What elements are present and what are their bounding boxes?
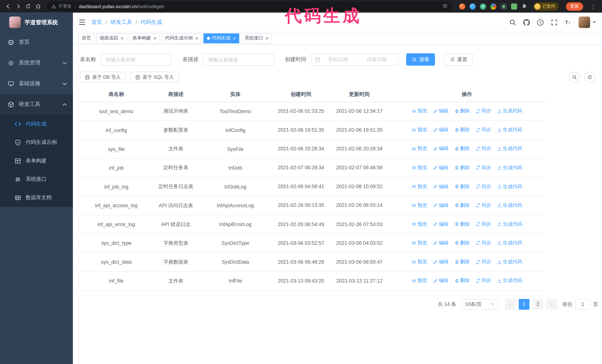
generate-code-link[interactable]: 生成代码 — [497, 240, 522, 246]
browser-menu-icon[interactable]: ⋮ — [591, 3, 596, 10]
sync-link[interactable]: 同步 — [476, 108, 491, 114]
sync-link[interactable]: 同步 — [476, 240, 491, 246]
address-bar[interactable]: 不安全 dashboard.yudao.iocoder.cn /tool/cod… — [47, 1, 452, 11]
delete-link[interactable]: 删除 — [454, 183, 470, 190]
page-button-1[interactable]: 1 — [519, 299, 529, 310]
preview-link[interactable]: 预览 — [412, 202, 427, 209]
edit-link[interactable]: 编辑 — [433, 108, 448, 114]
preview-link[interactable]: 预览 — [412, 240, 427, 246]
profile-chip[interactable]: 已暂停 — [533, 2, 559, 10]
delete-link[interactable]: 删除 — [454, 221, 470, 228]
app-logo[interactable]: 芋道管理系统 — [0, 13, 73, 32]
avatar-caret-icon[interactable] — [593, 21, 596, 25]
generate-code-link[interactable]: 生成代码 — [497, 202, 522, 209]
preview-link[interactable]: 预览 — [412, 146, 427, 152]
edit-link[interactable]: 编辑 — [433, 183, 448, 190]
home-button[interactable] — [33, 1, 43, 11]
sync-link[interactable]: 同步 — [476, 278, 491, 284]
import-sql-button[interactable]: 基于 SQL 导入 — [130, 72, 179, 83]
tab-form-builder[interactable]: 表单构建× — [129, 33, 160, 43]
tab-codegen-example[interactable]: 代码生成示例× — [162, 33, 202, 43]
edit-link[interactable]: 编辑 — [433, 164, 448, 171]
extension-icon-green[interactable] — [511, 3, 517, 10]
breadcrumb-dev-tools[interactable]: 研发工具 — [111, 19, 132, 26]
page-size-select[interactable]: 10条/页 — [462, 299, 498, 310]
sync-link[interactable]: 同步 — [476, 202, 491, 209]
close-icon[interactable]: × — [233, 36, 236, 41]
github-icon[interactable] — [523, 19, 530, 26]
generate-code-link[interactable]: 生成代码 — [497, 278, 522, 284]
bookmark-star-icon[interactable] — [442, 3, 448, 10]
help-icon[interactable]: ? — [537, 19, 544, 26]
table-desc-input[interactable] — [203, 53, 274, 65]
reset-button[interactable]: 重置 — [444, 53, 473, 65]
vue-devtools-icon[interactable]: V — [480, 3, 486, 10]
back-button[interactable] — [3, 1, 13, 11]
delete-link[interactable]: 删除 — [454, 108, 470, 114]
sidebar-item-system-management[interactable]: 系统管理 — [0, 52, 73, 73]
sidebar-item-system-api[interactable]: 系统接口 — [0, 170, 73, 188]
refresh-table-button[interactable] — [584, 72, 595, 83]
delete-link[interactable]: 删除 — [454, 202, 470, 209]
edit-link[interactable]: 编辑 — [433, 278, 448, 284]
preview-link[interactable]: 预览 — [412, 164, 427, 171]
hamburger-icon[interactable] — [78, 18, 86, 26]
edit-link[interactable]: 编辑 — [433, 259, 448, 265]
preview-link[interactable]: 预览 — [412, 183, 427, 190]
generate-code-link[interactable]: 生成代码 — [497, 221, 522, 228]
extension-icon-dark[interactable] — [501, 3, 507, 10]
start-date-placeholder[interactable]: 开始日期 — [320, 56, 356, 63]
font-size-icon[interactable]: TT — [564, 19, 572, 26]
user-avatar[interactable] — [579, 16, 590, 28]
page-button-2[interactable]: 2 — [533, 299, 543, 310]
generate-code-link[interactable]: 生成代码 — [497, 146, 522, 152]
delete-link[interactable]: 删除 — [454, 127, 470, 133]
edit-link[interactable]: 编辑 — [433, 221, 448, 228]
sync-link[interactable]: 同步 — [476, 259, 491, 265]
sidebar-item-dev-tools[interactable]: 研发工具 — [0, 94, 73, 115]
date-range-picker[interactable]: 开始日期 - 结束日期 — [311, 53, 399, 65]
breadcrumb-home[interactable]: 首页 — [91, 19, 102, 26]
sidebar-item-infrastructure[interactable]: 基础设施 — [0, 73, 73, 94]
generate-code-link[interactable]: 生成代码 — [497, 183, 522, 190]
import-db-button[interactable]: 基于 DB 导入 — [80, 72, 126, 83]
toggle-search-button[interactable] — [569, 72, 580, 83]
sidebar-item-form-builder[interactable]: 表单构建 — [0, 152, 73, 170]
delete-link[interactable]: 删除 — [454, 146, 470, 152]
extension-icon-orange[interactable] — [459, 3, 465, 10]
tab-home[interactable]: 首页 — [78, 33, 95, 43]
close-icon[interactable]: × — [195, 36, 198, 41]
edit-link[interactable]: 编辑 — [433, 127, 448, 133]
sidebar-item-codegen-example[interactable]: 代码生成示例 — [0, 133, 73, 151]
sync-link[interactable]: 同步 — [476, 146, 491, 152]
end-date-placeholder[interactable]: 结束日期 — [359, 56, 395, 63]
sidebar-item-code-generation[interactable]: 代码生成 — [0, 115, 73, 133]
preview-link[interactable]: 预览 — [412, 221, 427, 228]
goto-page-input[interactable] — [575, 299, 591, 310]
table-name-input[interactable] — [101, 53, 172, 65]
chrome-update-button[interactable]: 更新 — [566, 2, 583, 10]
security-label[interactable]: 不安全 — [58, 3, 72, 9]
prev-page-button[interactable]: ‹ — [505, 299, 516, 310]
forward-button[interactable] — [13, 1, 23, 11]
generate-code-link[interactable]: 生成代码 — [497, 164, 522, 171]
next-page-button[interactable]: › — [546, 299, 557, 310]
generate-code-link[interactable]: 生成代码 — [497, 259, 522, 265]
extension-icon-blue[interactable] — [470, 3, 476, 10]
sync-link[interactable]: 同步 — [476, 221, 491, 228]
tab-code-generation[interactable]: 代码生成× — [204, 33, 239, 43]
sidebar-item-home[interactable]: 首页 — [0, 32, 73, 52]
sync-link[interactable]: 同步 — [476, 164, 491, 171]
fullscreen-icon[interactable] — [550, 19, 558, 26]
delete-link[interactable]: 删除 — [454, 259, 470, 265]
close-icon[interactable]: × — [121, 36, 124, 41]
refresh-button[interactable] — [23, 1, 33, 11]
generate-code-link[interactable]: 生成代码 — [497, 108, 522, 114]
extensions-puzzle-icon[interactable] — [521, 3, 527, 10]
edit-link[interactable]: 编辑 — [433, 240, 448, 246]
sync-link[interactable]: 同步 — [476, 183, 491, 190]
extension-icon-colorful[interactable] — [490, 3, 496, 10]
edit-link[interactable]: 编辑 — [433, 202, 448, 209]
preview-link[interactable]: 预览 — [412, 278, 427, 284]
edit-link[interactable]: 编辑 — [433, 146, 448, 152]
